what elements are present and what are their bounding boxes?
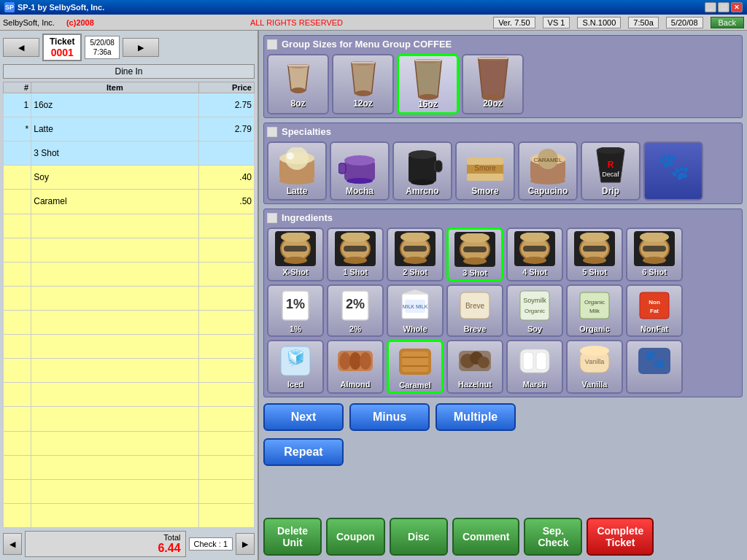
title-bar: SP SP-1 by SelbySoft, Inc. _ □ ✕ (0, 0, 747, 15)
minus-button[interactable]: Minus (349, 403, 430, 431)
shot-icon (395, 231, 436, 266)
app-icon: SP (4, 2, 15, 12)
group-size-item[interactable]: 8oz (267, 54, 329, 114)
back-button[interactable]: Back (711, 17, 744, 28)
disc-button[interactable]: Disc (390, 518, 448, 556)
row-price: .40 (198, 166, 254, 190)
group-sizes-header: Group Sizes for Menu Group COFFEE (267, 39, 739, 50)
extra-item[interactable]: 🧊 Iced (267, 340, 324, 394)
shot-item[interactable]: 2 Shot (387, 228, 444, 281)
shot-item[interactable]: 6 Shot (626, 228, 683, 281)
extra-label: Marsh (523, 380, 546, 389)
row-qty: * (4, 117, 31, 141)
shot-label: 4 Shot (522, 268, 547, 276)
repeat-button[interactable]: Repeat (263, 438, 344, 466)
milk-item[interactable]: NonFat NonFat (626, 284, 683, 337)
table-row[interactable]: * Latte 2.79 (4, 117, 255, 141)
table-row[interactable]: Soy .40 (4, 166, 255, 190)
specialty-label: Smore (471, 186, 498, 196)
specialties-items: Latte Mocha Amrcno Smore Smore CARAMEL C… (267, 141, 739, 201)
window-controls[interactable]: _ □ ✕ (705, 2, 743, 12)
extra-label: Caramel (399, 381, 430, 389)
group-size-item[interactable]: 20oz (462, 54, 524, 114)
coupon-button[interactable]: Coupon (326, 518, 385, 556)
row-qty (4, 166, 31, 190)
delete-unit-button[interactable]: Delete Unit (263, 518, 322, 556)
svg-marker-75 (402, 289, 428, 294)
table-row[interactable]: 1 16oz 2.75 (4, 93, 255, 117)
svg-text:1%: 1% (286, 297, 305, 311)
specialty-item[interactable]: RDecaf Drip (581, 141, 640, 201)
specialty-item[interactable]: Mocha (330, 141, 390, 201)
table-row-empty (4, 359, 255, 383)
specialty-item[interactable]: CARAMEL Capucino (518, 141, 578, 201)
specialty-icon-Smore: Smore (463, 146, 507, 186)
svg-marker-4 (351, 63, 374, 93)
specialty-label: Mocha (346, 186, 374, 196)
row-item: 3 Shot (31, 141, 198, 166)
multiple-button[interactable]: Multiple (436, 403, 516, 431)
close-button[interactable]: ✕ (731, 2, 743, 12)
table-row[interactable]: Caramel .50 (4, 190, 255, 214)
shot-item[interactable]: 5 Shot (566, 228, 623, 281)
table-row-empty (4, 262, 255, 286)
svg-text:R: R (608, 160, 614, 170)
svg-text:Decaf: Decaf (602, 171, 619, 178)
extras-row: 🧊 Iced Almond Caramel Hazelnut Marsh Van… (267, 340, 739, 394)
group-size-item[interactable]: 16oz (397, 54, 459, 114)
svg-text:Non: Non (649, 299, 660, 306)
row-item: Latte (31, 117, 198, 141)
complete-ticket-button[interactable]: Complete Ticket (587, 518, 654, 556)
cup-icon-20oz (471, 58, 515, 98)
svg-marker-0 (288, 66, 309, 90)
shot-item[interactable]: 4 Shot (506, 228, 563, 281)
specialties-checkbox[interactable] (267, 127, 277, 137)
svg-text:Smore: Smore (474, 164, 496, 172)
milk-item[interactable]: SoymilkOrganic Soy (506, 284, 563, 337)
minimize-button[interactable]: _ (705, 2, 716, 12)
extra-item[interactable]: Almond (327, 340, 384, 394)
shot-item[interactable]: 1 Shot (327, 228, 384, 281)
ingredients-grid: X-Shot 1 Shot 2 Shot 3 Shot (267, 228, 739, 394)
col-header-price: Price (198, 82, 254, 93)
next-button[interactable]: Next (263, 403, 344, 431)
ingredients-checkbox[interactable] (267, 213, 277, 223)
extra-item[interactable]: Vanilla Vanilla (566, 340, 623, 394)
svg-point-48 (344, 257, 367, 264)
right-panel: Group Sizes for Menu Group COFFEE 8oz 12… (259, 31, 747, 560)
svg-text:CARAMEL: CARAMEL (534, 157, 562, 163)
bottom-right-button[interactable]: ▶ (236, 533, 255, 555)
extra-item[interactable]: 🐾 (626, 340, 683, 394)
group-sizes-checkbox[interactable] (267, 39, 277, 50)
sep-check-button[interactable]: Sep. Check (524, 518, 582, 556)
col-header-qty: # (4, 82, 31, 93)
specialty-item[interactable]: Amrcno (392, 141, 452, 201)
ticket-prev-button[interactable]: ◀ (3, 38, 39, 57)
milk-item[interactable]: MILK MILK Whole (387, 284, 444, 337)
bottom-left-button[interactable]: ◀ (3, 533, 22, 555)
shot-item[interactable]: X-Shot (267, 228, 324, 281)
maximize-button[interactable]: □ (718, 2, 729, 12)
ticket-next-button[interactable]: ▶ (123, 38, 159, 57)
table-row[interactable]: 3 Shot (4, 141, 255, 166)
extra-item[interactable]: Caramel (387, 340, 444, 394)
svg-point-68 (643, 257, 666, 264)
milk-label: NonFat (640, 324, 668, 333)
extra-item[interactable]: Marsh (506, 340, 563, 394)
row-price: 2.79 (198, 117, 254, 141)
milk-item[interactable]: 1% 1% (267, 284, 324, 337)
row-qty (4, 141, 31, 166)
group-size-item[interactable]: 12oz (332, 54, 394, 114)
milks-row: 1% 1% 2% 2% MILK MILK Whole Breve Breve … (267, 284, 739, 337)
extra-item[interactable]: Hazelnut (446, 340, 503, 394)
shot-item[interactable]: 3 Shot (446, 228, 503, 281)
milk-label: Breve (464, 324, 487, 333)
specialty-item[interactable]: Latte (267, 141, 327, 201)
milk-item[interactable]: OrganicMilk Organic (566, 284, 623, 337)
milk-item[interactable]: Breve Breve (446, 284, 503, 337)
specialty-label: Latte (287, 186, 308, 196)
specialty-item[interactable]: Smore Smore (455, 141, 515, 201)
milk-item[interactable]: 2% 2% (327, 284, 384, 337)
specialty-item[interactable]: 🐾 (643, 141, 703, 201)
comment-button[interactable]: Comment (452, 518, 520, 556)
